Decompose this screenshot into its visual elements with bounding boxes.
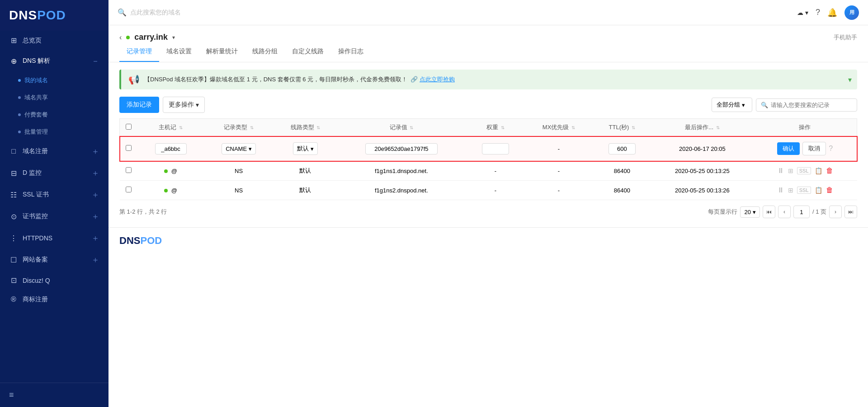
- tab-records[interactable]: 记录管理: [119, 42, 159, 62]
- tab-stats[interactable]: 解析量统计: [199, 42, 245, 62]
- plus-icon[interactable]: ＋: [91, 233, 99, 243]
- search-placeholder-text: 点此搜索您的域名: [130, 9, 181, 17]
- sort-arrows[interactable]: ⇅: [410, 125, 413, 130]
- monitor-icon: ⊟: [9, 169, 18, 178]
- domain-dropdown-arrow[interactable]: ▾: [172, 34, 175, 41]
- row2-type: NS: [204, 181, 274, 200]
- confirm-button[interactable]: 确认: [777, 142, 800, 155]
- edit-row-weight: [466, 136, 525, 161]
- sidebar-item-site-filing[interactable]: ☐ 网站备案 ＋: [0, 249, 108, 271]
- ssl-action[interactable]: SSL: [797, 167, 811, 174]
- sort-arrows[interactable]: ⇅: [716, 125, 720, 130]
- ssl-action[interactable]: SSL: [797, 187, 811, 194]
- edit-icon[interactable]: ⊞: [788, 187, 793, 194]
- type-select-arrow: ▾: [249, 145, 252, 152]
- delete-icon[interactable]: 🗑: [826, 186, 833, 194]
- pause-icon[interactable]: ⏸: [777, 167, 784, 175]
- row2-checkbox-input[interactable]: [126, 187, 132, 192]
- sidebar-menu-toggle[interactable]: ≡: [0, 383, 108, 407]
- sidebar-item-ssl[interactable]: ☷ SSL 证书 ＋: [0, 184, 108, 206]
- host-input[interactable]: [155, 143, 187, 154]
- sort-arrows[interactable]: ⇅: [316, 125, 320, 130]
- sort-arrows[interactable]: ⇅: [632, 125, 635, 130]
- sidebar-item-domain-share[interactable]: 域名共享: [0, 89, 108, 106]
- sort-arrows[interactable]: ⇅: [179, 125, 183, 130]
- edit-row-line: 默认 ▾: [274, 136, 337, 161]
- sidebar-item-paid-plan[interactable]: 付费套餐: [0, 106, 108, 123]
- copy-icon[interactable]: 📋: [815, 167, 822, 174]
- sidebar-item-d-monitor[interactable]: ⊟ D 监控 ＋: [0, 162, 108, 184]
- select-all-checkbox[interactable]: [126, 124, 132, 130]
- row1-checkbox-input[interactable]: [126, 167, 132, 173]
- ttl-input[interactable]: [609, 143, 636, 154]
- sidebar-item-my-domain[interactable]: 我的域名: [0, 72, 108, 89]
- plus-icon[interactable]: ＋: [91, 168, 99, 178]
- banner-collapse-icon[interactable]: ▾: [848, 75, 852, 84]
- record-search-box[interactable]: 🔍: [756, 98, 857, 112]
- sidebar-item-httpdns[interactable]: ⋮ HTTPDNS ＋: [0, 227, 108, 249]
- row1-ttl: 86400: [593, 161, 651, 181]
- table-toolbar: 添加记录 更多操作 ▾ 全部分组 ▾ 🔍: [119, 97, 857, 113]
- dns-records-table: 主机记 ⇅ 记录类型 ⇅ 线路类型 ⇅ 记录值: [119, 118, 857, 200]
- banner-link[interactable]: 点此立即抢购: [420, 76, 455, 83]
- tab-settings[interactable]: 域名设置: [159, 42, 199, 62]
- sidebar-item-discuzq[interactable]: ⊡ Discuz! Q: [0, 271, 108, 290]
- main-content: 🔍 点此搜索您的域名 ☁ ▾ ? 🔔 用 ‹ carry.ink ▾ 手机助手: [108, 0, 868, 407]
- plus-icon[interactable]: ＋: [91, 189, 99, 200]
- group-filter-select[interactable]: 全部分组 ▾: [712, 98, 752, 112]
- prev-page-button[interactable]: ‹: [778, 206, 791, 218]
- cloud-button[interactable]: ☁ ▾: [797, 9, 808, 16]
- value-input[interactable]: [365, 143, 438, 154]
- sort-arrows[interactable]: ⇅: [571, 125, 575, 130]
- filter-arrow-icon: ▾: [742, 102, 745, 108]
- tab-line-groups[interactable]: 线路分组: [245, 42, 285, 62]
- sidebar-item-trademark[interactable]: ® 商标注册: [0, 290, 108, 309]
- logo: DNSPOD: [0, 0, 108, 31]
- last-page-button[interactable]: ⏭: [844, 206, 857, 218]
- th-mx: MX优先级 ⇅: [525, 119, 592, 136]
- weight-input[interactable]: [482, 143, 509, 154]
- plus-icon[interactable]: ＋: [91, 146, 99, 157]
- sidebar-item-overview[interactable]: ⊞ 总览页: [0, 31, 108, 50]
- sort-arrows[interactable]: ⇅: [501, 125, 505, 130]
- collapse-icon[interactable]: －: [91, 56, 99, 66]
- edit-icon[interactable]: ⊞: [788, 167, 793, 174]
- tab-operation-log[interactable]: 操作日志: [331, 42, 371, 62]
- tab-custom-line[interactable]: 自定义线路: [285, 42, 331, 62]
- avatar[interactable]: 用: [844, 5, 859, 20]
- current-page-input[interactable]: [793, 206, 810, 218]
- mobile-helper-link[interactable]: 手机助手: [834, 33, 857, 42]
- edit-row-checkbox-input[interactable]: [126, 145, 132, 151]
- copy-icon[interactable]: 📋: [815, 187, 822, 194]
- sort-arrows[interactable]: ⇅: [250, 125, 254, 130]
- type-select[interactable]: CNAME ▾: [222, 143, 256, 154]
- sidebar-item-cert-monitor[interactable]: ⊙ 证书监控 ＋: [0, 206, 108, 227]
- record-search-input[interactable]: [771, 102, 852, 108]
- help-icon[interactable]: ?: [816, 8, 820, 17]
- page-size-select[interactable]: 20 ▾: [740, 206, 760, 218]
- th-checkbox: [120, 119, 138, 136]
- sidebar-item-dns[interactable]: ⊕ DNS 解析 －: [0, 50, 108, 72]
- delete-icon[interactable]: 🗑: [826, 167, 833, 175]
- cert-icon: ⊙: [9, 212, 18, 221]
- pause-icon[interactable]: ⏸: [777, 186, 784, 194]
- more-ops-button[interactable]: 更多操作 ▾: [163, 97, 205, 113]
- add-record-button[interactable]: 添加记录: [119, 97, 159, 113]
- topbar-search-area[interactable]: 🔍 点此搜索您的域名: [118, 8, 790, 17]
- plus-icon[interactable]: ＋: [91, 211, 99, 222]
- line-select[interactable]: 默认 ▾: [293, 142, 318, 155]
- cancel-button[interactable]: 取消: [802, 142, 826, 155]
- help-circle-icon[interactable]: ?: [829, 145, 833, 153]
- httpdns-icon: ⋮: [9, 234, 18, 243]
- first-page-button[interactable]: ⏮: [763, 206, 775, 218]
- footer-logo: DNSPOD: [119, 235, 857, 247]
- sidebar-item-batch-mgmt[interactable]: 批量管理: [0, 123, 108, 140]
- sidebar-item-label: 总览页: [23, 37, 42, 45]
- bell-icon[interactable]: 🔔: [827, 8, 837, 18]
- back-button[interactable]: ‹: [119, 33, 122, 42]
- domain-name: carry.ink: [134, 33, 168, 42]
- next-page-button[interactable]: ›: [829, 206, 842, 218]
- banner-text: 【DNSPod 域名狂欢季】爆款域名低至 1 元，DNS 套餐仅需 6 元，每日…: [144, 75, 850, 84]
- sidebar-item-domain-reg[interactable]: □ 域名注册 ＋: [0, 140, 108, 162]
- plus-icon[interactable]: ＋: [91, 254, 99, 265]
